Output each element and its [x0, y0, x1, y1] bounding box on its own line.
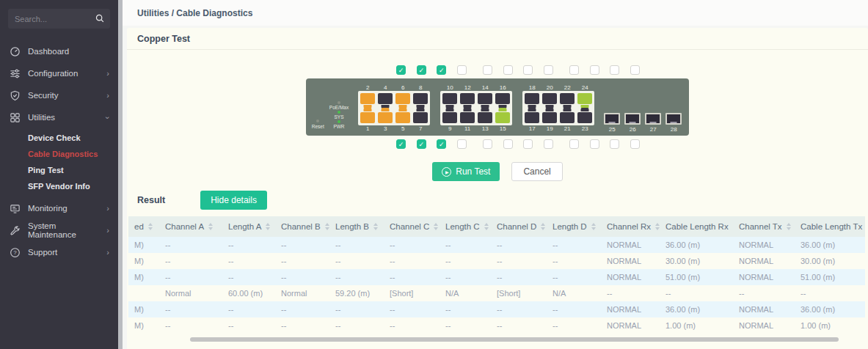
sidebar-subitem-cable-diagnostics[interactable]: Cable Diagnostics — [0, 146, 118, 162]
port-jack-21[interactable] — [560, 112, 575, 123]
table-header-Channel B[interactable]: Channel B — [275, 216, 329, 237]
sfp-slot-26[interactable] — [624, 113, 641, 125]
port-jack-8[interactable] — [413, 93, 428, 104]
port-select-bottom-checkbox[interactable] — [417, 139, 426, 149]
port-jack-17[interactable] — [525, 112, 539, 123]
sidebar-item-security[interactable]: Security › — [0, 84, 118, 106]
port-jack-3[interactable] — [378, 112, 393, 123]
table-cell: NORMAL — [601, 301, 660, 317]
port-select-top-checkbox[interactable] — [437, 65, 446, 75]
breadcrumb[interactable]: Utilities / Cable Diagnostics — [123, 0, 868, 26]
sidebar-item-monitoring[interactable]: Monitoring › — [0, 197, 118, 219]
port-jack-11[interactable] — [460, 112, 475, 123]
table-cell: -- — [440, 237, 491, 253]
port-select-top-checkbox[interactable] — [523, 65, 533, 75]
port-numbers-top: 10121416 — [440, 84, 512, 91]
port-jack-9[interactable] — [442, 112, 457, 123]
sfp-slot-25[interactable] — [604, 113, 620, 125]
port-select-top-checkbox[interactable] — [417, 65, 426, 75]
table-header-Length C[interactable]: Length C — [440, 216, 491, 237]
port-number: 12 — [460, 84, 475, 91]
search-icon[interactable] — [95, 13, 105, 26]
sort-up-icon — [208, 223, 213, 226]
sidebar-item-utilities[interactable]: Utilities › — [0, 106, 118, 128]
table-header-Channel A[interactable]: Channel A — [159, 216, 222, 237]
table-header-Cable Length Tx[interactable]: Cable Length Tx — [795, 216, 865, 237]
port-jack-20[interactable] — [542, 93, 557, 104]
port-select-top-checkbox[interactable] — [569, 65, 579, 75]
port-select-bottom-checkbox[interactable] — [396, 139, 406, 149]
table-header-Length A[interactable]: Length A — [222, 216, 275, 237]
table-header-Channel Rx[interactable]: Channel Rx — [601, 216, 660, 237]
port-jack-10[interactable] — [442, 93, 457, 104]
cancel-button[interactable]: Cancel — [511, 162, 562, 181]
port-jack-7[interactable] — [413, 112, 428, 123]
run-test-button[interactable]: Run Test — [432, 162, 500, 181]
header-label: Length C — [445, 222, 480, 231]
table-cell: M) — [128, 301, 159, 317]
sidebar-item-system-maintenance[interactable]: System Maintenance › — [0, 219, 118, 241]
port-jack-5[interactable] — [395, 112, 410, 123]
port-jack-23[interactable] — [577, 112, 592, 123]
port-select-bottom-checkbox[interactable] — [544, 139, 553, 149]
port-jack-14[interactable] — [478, 93, 492, 104]
port-jack-16[interactable] — [495, 93, 510, 104]
table-row: M)----------------NORMAL36.00 (m)NORMAL3… — [128, 301, 865, 317]
port-select-bottom-checkbox[interactable] — [523, 139, 533, 149]
port-select-top-checkbox[interactable] — [503, 65, 513, 75]
table-header-Channel C[interactable]: Channel C — [384, 216, 440, 237]
port-select-bottom-checkbox[interactable] — [569, 139, 579, 149]
sidebar-item-dashboard[interactable]: Dashboard — [0, 40, 118, 62]
sidebar-item-support[interactable]: ? Support › — [0, 241, 118, 263]
table-header-Length B[interactable]: Length B — [329, 216, 384, 237]
port-select-top-checkbox[interactable] — [610, 65, 619, 75]
port-select-top-checkbox[interactable] — [483, 65, 492, 75]
port-jack-22[interactable] — [560, 93, 575, 104]
table-cell: [Short] — [384, 285, 440, 301]
port-select-bottom-checkbox[interactable] — [457, 139, 467, 149]
table-header-Length D[interactable]: Length D — [547, 216, 601, 237]
table-header-Channel Tx[interactable]: Channel Tx — [733, 216, 795, 237]
sfp-slot-28[interactable] — [665, 113, 682, 125]
port-select-bottom-checkbox[interactable] — [630, 139, 640, 149]
sfp-number: 25 — [604, 126, 620, 133]
table-cell: M) — [128, 317, 159, 334]
port-select-bottom-checkbox[interactable] — [437, 139, 446, 149]
port-select-top-checkbox[interactable] — [544, 65, 553, 75]
port-select-top-checkbox[interactable] — [396, 65, 406, 75]
sidebar-subitem-ping-test[interactable]: Ping Test — [0, 162, 118, 178]
search-box — [8, 9, 110, 29]
sidebar-item-configuration[interactable]: Configuration › — [0, 62, 118, 84]
breadcrumb-text: Utilities / Cable Diagnostics — [137, 8, 252, 18]
sidebar-subitem-device-check[interactable]: Device Check — [0, 130, 118, 146]
port-jack-18[interactable] — [525, 93, 539, 104]
port-select-bottom-checkbox[interactable] — [483, 139, 492, 149]
port-jack-12[interactable] — [460, 93, 475, 104]
port-select-top-checkbox[interactable] — [630, 65, 640, 75]
led-label: PoE/Max — [329, 105, 349, 110]
port-jack-6[interactable] — [395, 93, 410, 104]
table-header-Cable Length Rx[interactable]: Cable Length Rx — [660, 216, 733, 237]
apps-grid-icon — [9, 111, 21, 123]
hide-details-button[interactable]: Hide details — [200, 191, 267, 210]
sidebar-subitem-sfp-vendor-info[interactable]: SFP Vendor Info — [0, 178, 118, 194]
port-jack-24[interactable] — [577, 93, 592, 104]
sort-down-icon — [484, 227, 489, 230]
port-select-bottom-checkbox[interactable] — [590, 139, 599, 149]
port-select-bottom-checkbox[interactable] — [503, 139, 513, 149]
sfp-slot-27[interactable] — [645, 113, 661, 125]
table-header-ed[interactable]: ed — [128, 216, 159, 237]
table-cell: NORMAL — [601, 317, 660, 334]
horizontal-scrollbar-thumb[interactable] — [190, 337, 839, 342]
port-jack-1[interactable] — [360, 112, 375, 123]
port-select-top-checkbox[interactable] — [457, 65, 467, 75]
port-jack-4[interactable] — [378, 93, 393, 104]
port-select-bottom-checkbox[interactable] — [610, 139, 619, 149]
port-jack-2[interactable] — [360, 93, 375, 104]
led-label: SYS — [334, 114, 343, 120]
port-jack-13[interactable] — [478, 112, 492, 123]
port-select-top-checkbox[interactable] — [590, 65, 599, 75]
port-jack-19[interactable] — [542, 112, 557, 123]
port-jack-15[interactable] — [495, 112, 510, 123]
table-header-Channel D[interactable]: Channel D — [491, 216, 547, 237]
